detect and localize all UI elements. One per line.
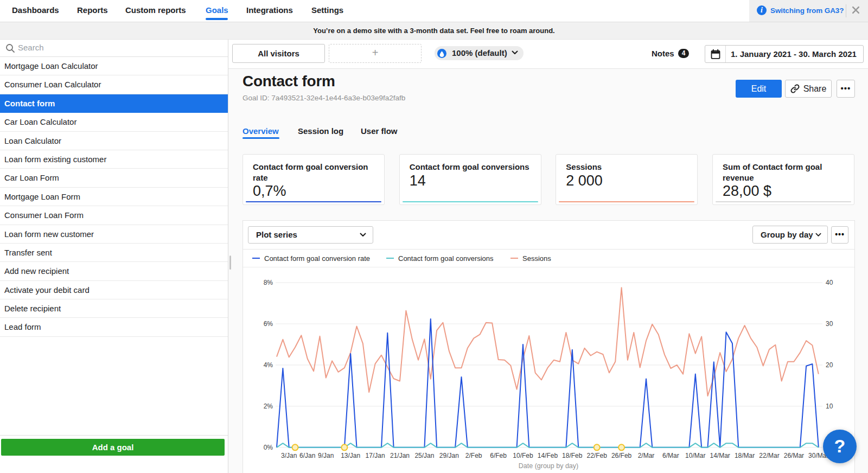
svg-text:0%: 0% — [264, 444, 273, 451]
svg-text:26/Mar: 26/Mar — [784, 452, 804, 459]
svg-text:9/Jan: 9/Jan — [318, 452, 334, 459]
svg-text:21/Jan: 21/Jan — [390, 452, 410, 459]
svg-text:26/Feb: 26/Feb — [611, 452, 632, 459]
svg-text:6%: 6% — [264, 320, 273, 328]
svg-text:20: 20 — [826, 361, 833, 369]
svg-text:17/Jan: 17/Jan — [366, 452, 385, 459]
svg-text:6/Jan: 6/Jan — [299, 452, 315, 459]
svg-text:2/Feb: 2/Feb — [465, 452, 482, 459]
svg-text:18/Feb: 18/Feb — [562, 452, 583, 459]
svg-text:3/Jan: 3/Jan — [281, 452, 297, 459]
svg-text:30: 30 — [826, 320, 833, 328]
svg-text:14/Mar: 14/Mar — [710, 452, 730, 459]
svg-text:8%: 8% — [264, 279, 273, 286]
svg-text:25/Jan: 25/Jan — [414, 452, 434, 459]
svg-text:6/Mar: 6/Mar — [662, 452, 679, 459]
svg-text:10: 10 — [826, 402, 833, 410]
svg-text:4%: 4% — [264, 361, 273, 369]
svg-text:2/Mar: 2/Mar — [638, 452, 655, 459]
svg-text:10/Mar: 10/Mar — [685, 452, 705, 459]
svg-text:29/Jan: 29/Jan — [439, 452, 459, 459]
svg-text:14/Feb: 14/Feb — [538, 452, 558, 459]
svg-text:Date (group by day): Date (group by day) — [519, 462, 578, 470]
svg-text:40: 40 — [826, 279, 833, 286]
svg-text:10/Feb: 10/Feb — [513, 452, 533, 459]
svg-text:18/Mar: 18/Mar — [735, 452, 755, 459]
svg-text:22/Feb: 22/Feb — [587, 452, 608, 459]
svg-text:2%: 2% — [264, 402, 273, 410]
svg-text:22/Mar: 22/Mar — [759, 452, 779, 459]
svg-text:13/Jan: 13/Jan — [341, 452, 360, 459]
svg-text:6/Feb: 6/Feb — [490, 452, 507, 459]
